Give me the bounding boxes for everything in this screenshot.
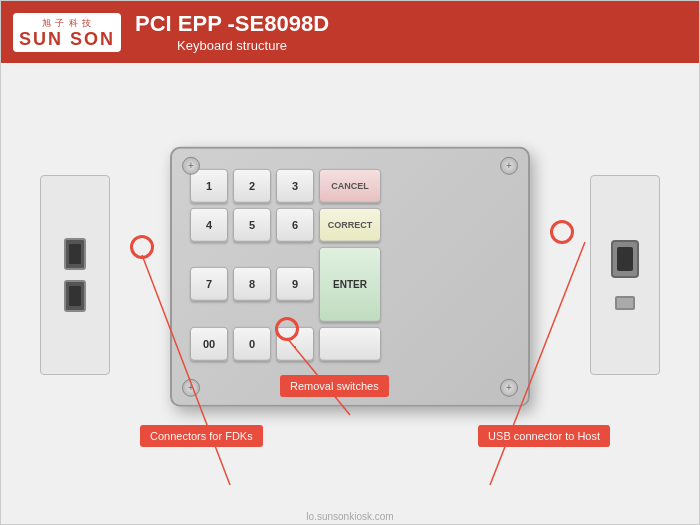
key-3[interactable]: 3 [276, 168, 314, 202]
indicator-left-screw [130, 235, 154, 259]
key-correct[interactable]: CORRECT [319, 207, 381, 241]
key-4[interactable]: 4 [190, 207, 228, 241]
left-side-panel [40, 175, 110, 375]
indicator-center-bottom [275, 317, 299, 341]
label-usb-connector: USB connector to Host [478, 425, 610, 447]
indicator-right [550, 220, 574, 244]
header: 旭 子 科 技 SUN SON PCI EPP -SE8098D Keyboar… [1, 1, 699, 63]
key-1[interactable]: 1 [190, 168, 228, 202]
logo: 旭 子 科 技 SUN SON [13, 13, 121, 52]
screw-bottom-left [182, 378, 200, 396]
key-enter[interactable]: ENTER [319, 246, 381, 321]
screw-top-right [500, 156, 518, 174]
watermark: lo.sunsonkiosk.com [306, 511, 393, 522]
key-cancel[interactable]: CANCEL [319, 168, 381, 202]
screw-top-left [182, 156, 200, 174]
keyboard-wrap: 1 2 3 CANCEL 4 5 6 CORRECT 7 8 9 ENT [40, 85, 660, 505]
connector-slot-bottom [64, 280, 86, 312]
logo-chinese: 旭 子 科 技 [42, 17, 93, 30]
keyboard-device: 1 2 3 CANCEL 4 5 6 CORRECT 7 8 9 ENT [170, 146, 530, 406]
usb-port [611, 240, 639, 278]
key-row-2: 4 5 6 CORRECT [190, 207, 510, 241]
key-00[interactable]: 00 [190, 326, 228, 360]
key-row-3: 7 8 9 ENTER [190, 246, 510, 321]
key-9[interactable]: 9 [276, 267, 314, 301]
key-2[interactable]: 2 [233, 168, 271, 202]
key-5[interactable]: 5 [233, 207, 271, 241]
key-0[interactable]: 0 [233, 326, 271, 360]
connector-slot-top [64, 238, 86, 270]
key-8[interactable]: 8 [233, 267, 271, 301]
label-connectors-fdk: Connectors for FDKs [140, 425, 263, 447]
key-7[interactable]: 7 [190, 267, 228, 301]
usb-port-small [615, 296, 635, 310]
key-wide-bottom[interactable] [319, 326, 381, 360]
logo-text: SUN SON [19, 30, 115, 48]
page-subtitle: Keyboard structure [135, 38, 329, 53]
key-6[interactable]: 6 [276, 207, 314, 241]
key-row-1: 1 2 3 CANCEL [190, 168, 510, 202]
header-text: PCI EPP -SE8098D Keyboard structure [135, 11, 329, 52]
main-content: 1 2 3 CANCEL 4 5 6 CORRECT 7 8 9 ENT [1, 63, 699, 525]
page-title: PCI EPP -SE8098D [135, 11, 329, 37]
screw-bottom-right [500, 378, 518, 396]
key-row-4: 00 0 . [190, 326, 510, 360]
key-grid: 1 2 3 CANCEL 4 5 6 CORRECT 7 8 9 ENT [190, 168, 510, 390]
right-side-panel [590, 175, 660, 375]
label-removal-switches: Removal switches [280, 375, 389, 397]
